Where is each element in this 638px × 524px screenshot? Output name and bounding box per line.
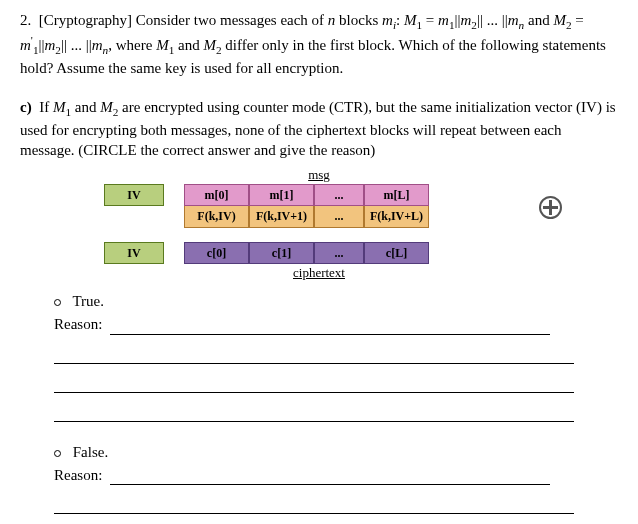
m: m	[508, 12, 519, 28]
t: :	[396, 12, 404, 28]
f-dots-cell: ...	[314, 206, 364, 228]
write-line[interactable]	[54, 493, 574, 514]
cL-cell: c[L]	[364, 242, 429, 264]
t: =	[422, 12, 438, 28]
write-line[interactable]	[110, 464, 550, 485]
m: m	[45, 37, 56, 53]
msg-label: msg	[104, 166, 534, 184]
ctr-diagram: msg IV m[0] m[1] ... m[L] F(k,IV) F(k,IV…	[104, 166, 534, 281]
t: If	[39, 99, 53, 115]
gap	[164, 206, 184, 228]
reason-label: Reason:	[54, 465, 102, 485]
ciphertext-label: ciphertext	[104, 264, 534, 282]
gap	[164, 242, 184, 264]
t: blocks	[335, 12, 382, 28]
d: ...	[483, 12, 502, 28]
M: M	[203, 37, 216, 53]
c-label: c)	[20, 99, 32, 115]
reason-label: Reason:	[54, 314, 102, 334]
fL-cell: F(k,IV+L)	[364, 206, 429, 228]
m-dots-cell: ...	[314, 184, 364, 206]
question-2-intro: 2. [Cryptography] Consider two messages …	[20, 10, 618, 79]
write-line[interactable]	[54, 343, 574, 364]
part-c: c) If M1 and M2 are encrypted using coun…	[20, 97, 618, 161]
gap	[104, 206, 164, 228]
M: M	[100, 99, 113, 115]
t: and	[71, 99, 100, 115]
mL-cell: m[L]	[364, 184, 429, 206]
M: M	[53, 99, 66, 115]
gap	[164, 184, 184, 206]
f0-cell: F(k,IV)	[184, 206, 249, 228]
m: m	[92, 37, 103, 53]
true-label: True.	[72, 293, 104, 309]
c-dots-cell: ...	[314, 242, 364, 264]
m: m	[20, 37, 31, 53]
write-line[interactable]	[110, 314, 550, 335]
bullet-icon	[54, 450, 61, 457]
m0-cell: m[0]	[184, 184, 249, 206]
m: m	[382, 12, 393, 28]
answer-false-block: False. Reason:	[54, 442, 618, 514]
iv-cell-top: IV	[104, 184, 164, 206]
M: M	[156, 37, 169, 53]
M: M	[553, 12, 566, 28]
q-number: 2.	[20, 12, 31, 28]
m: m	[461, 12, 472, 28]
M: M	[404, 12, 417, 28]
m: m	[438, 12, 449, 28]
write-line[interactable]	[54, 401, 574, 422]
answer-true-block: True. Reason:	[54, 291, 618, 421]
t: =	[572, 12, 584, 28]
t: and	[174, 37, 203, 53]
q-tag: [Cryptography]	[39, 12, 132, 28]
t: Consider two messages each of	[136, 12, 328, 28]
c0-cell: c[0]	[184, 242, 249, 264]
c1-cell: c[1]	[249, 242, 314, 264]
write-line[interactable]	[54, 372, 574, 393]
f1-cell: F(k,IV+1)	[249, 206, 314, 228]
false-label: False.	[73, 444, 108, 460]
bullet-icon	[54, 299, 61, 306]
t: and	[524, 12, 553, 28]
iv-cell-bottom: IV	[104, 242, 164, 264]
t: , where	[108, 37, 156, 53]
d: ...	[67, 37, 86, 53]
xor-icon	[539, 196, 562, 219]
m1-cell: m[1]	[249, 184, 314, 206]
